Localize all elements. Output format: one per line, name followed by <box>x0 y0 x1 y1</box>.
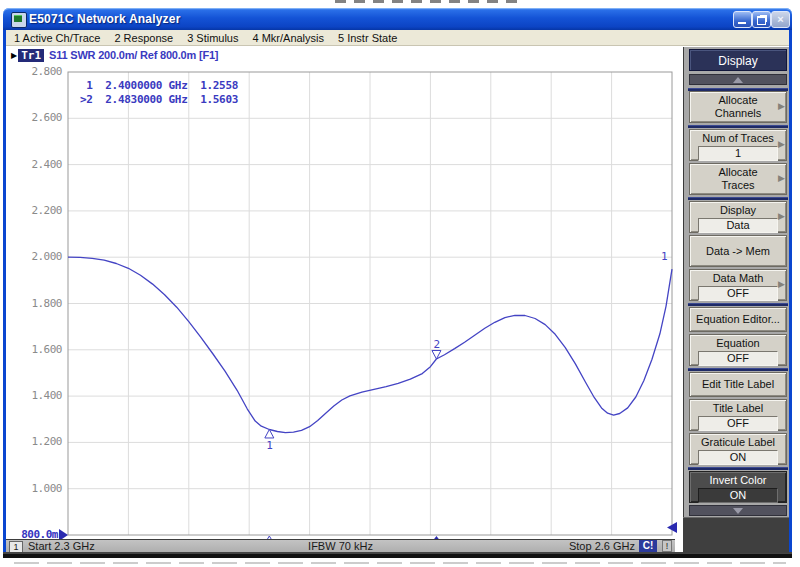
softkey-group-separator <box>688 125 788 128</box>
chevron-right-icon: ▶ <box>778 139 785 149</box>
softkey-value: ON <box>698 488 778 503</box>
softkey-equation-editor[interactable]: Equation Editor... <box>689 307 787 332</box>
softkey-group-separator <box>688 303 788 306</box>
softkey-label: Data -> Mem <box>706 245 770 258</box>
page: E5071C Network Analyzer × 1 Active Ch/Tr… <box>0 0 800 567</box>
restore-icon <box>757 16 766 25</box>
softkey-menu-title: Display <box>689 49 787 71</box>
softkey-value: 1 <box>698 146 778 161</box>
softkey-group-separator <box>688 197 788 200</box>
softkey-data-to-mem[interactable]: Data -> Mem <box>689 235 787 267</box>
minimize-icon <box>738 22 746 24</box>
marker-readout-row: 1 2.4000000 GHz 1.2558 <box>80 79 238 93</box>
softkey-num-of-traces[interactable]: Num of Traces1▶ <box>689 129 787 161</box>
softkey-title-label[interactable]: Title LabelOFF <box>689 399 787 431</box>
menu-item-3[interactable]: 3 Stimulus <box>187 32 238 44</box>
menu-bar: 1 Active Ch/Trace2 Response3 Stimulus4 M… <box>6 30 789 46</box>
cropped-caption-top <box>335 0 525 3</box>
active-trace-arrow-icon: ▶ <box>11 51 17 60</box>
chevron-right-icon: ▶ <box>778 211 785 221</box>
warning-badge: ! <box>662 540 672 552</box>
menu-item-4[interactable]: 4 Mkr/Analysis <box>252 32 324 44</box>
softkey-label: Title Label <box>690 402 786 415</box>
softkey-label: Allocate <box>690 94 786 107</box>
softkey-label: Invert Color <box>690 474 786 487</box>
window-bottom-band <box>3 552 792 558</box>
close-icon: × <box>772 12 789 26</box>
softkey-value: OFF <box>698 286 778 301</box>
scroll-up-button[interactable] <box>689 74 787 85</box>
app-icon <box>11 12 27 28</box>
softkey-label: Allocate <box>690 166 786 179</box>
softkey-label: Traces <box>690 179 786 192</box>
softkey-allocate-traces[interactable]: AllocateTraces▶ <box>689 163 787 195</box>
menu-item-1[interactable]: 1 Active Ch/Trace <box>14 32 100 44</box>
softkey-value: OFF <box>698 416 778 431</box>
chevron-right-icon: ▶ <box>778 279 785 289</box>
marker-readout-row: >2 2.4830000 GHz 1.5603 <box>80 93 238 107</box>
softkey-label: Equation <box>690 337 786 350</box>
chevron-right-icon: ▶ <box>778 173 785 183</box>
window-border-right <box>789 30 792 554</box>
softkey-data-math[interactable]: Data MathOFF▶ <box>689 269 787 301</box>
trace-number-label: 1 <box>661 250 668 263</box>
softkey-label: Equation Editor... <box>696 313 780 326</box>
swr-plot[interactable]: 112 <box>40 60 690 545</box>
minimize-button[interactable] <box>733 11 752 28</box>
marker-2-number: 2 <box>433 338 440 351</box>
softkey-group-separator <box>688 467 788 470</box>
softkey-allocate-channels[interactable]: AllocateChannels▶ <box>689 91 787 123</box>
softkey-label: Edit Title Label <box>702 378 774 391</box>
softkey-sidebar: Display AllocateChannels▶Num of Traces1▶… <box>683 47 789 553</box>
softkey-value: OFF <box>698 351 778 366</box>
scroll-down-button[interactable] <box>689 505 787 516</box>
triangle-up-icon <box>733 77 743 83</box>
softkey-invert-color[interactable]: Invert ColorON <box>689 471 787 503</box>
triangle-down-icon <box>733 508 743 514</box>
softkey-display-data[interactable]: DisplayData▶ <box>689 201 787 233</box>
cropped-caption-bottom <box>14 562 786 564</box>
softkey-label: Display <box>690 204 786 217</box>
menu-item-2[interactable]: 2 Response <box>114 32 173 44</box>
restore-button[interactable] <box>752 11 771 28</box>
calibration-status-badge: C! <box>639 540 657 552</box>
softkey-graticule-label[interactable]: Graticule LabelON <box>689 433 787 465</box>
sweep-stop-label: Stop 2.6 GHz <box>569 540 635 552</box>
window-titlebar: E5071C Network Analyzer × <box>3 8 792 30</box>
softkey-equation[interactable]: EquationOFF <box>689 334 787 366</box>
softkey-label: Data Math <box>690 272 786 285</box>
close-button[interactable]: × <box>771 11 790 28</box>
sidebar-filler <box>683 517 789 553</box>
menu-item-5[interactable]: 5 Instr State <box>338 32 397 44</box>
softkey-label: Channels <box>690 107 786 120</box>
window-title: E5071C Network Analyzer <box>29 12 181 26</box>
softkey-label: Graticule Label <box>690 436 786 449</box>
softkey-label: Num of Traces <box>690 132 786 145</box>
app-icon-screen <box>14 15 22 22</box>
marker-readout-panel: 1 2.4000000 GHz 1.2558>2 2.4830000 GHz 1… <box>80 79 238 107</box>
channel-status-bar: 1 Start 2.3 GHz IFBW 70 kHz Stop 2.6 GHz… <box>6 539 675 553</box>
softkey-value: Data <box>698 218 778 233</box>
marker-1-number: 1 <box>266 439 273 452</box>
softkey-value: ON <box>698 450 778 465</box>
chevron-right-icon: ▶ <box>778 101 785 111</box>
softkey-edit-title-label[interactable]: Edit Title Label <box>689 372 787 397</box>
softkey-group-separator <box>688 368 788 371</box>
